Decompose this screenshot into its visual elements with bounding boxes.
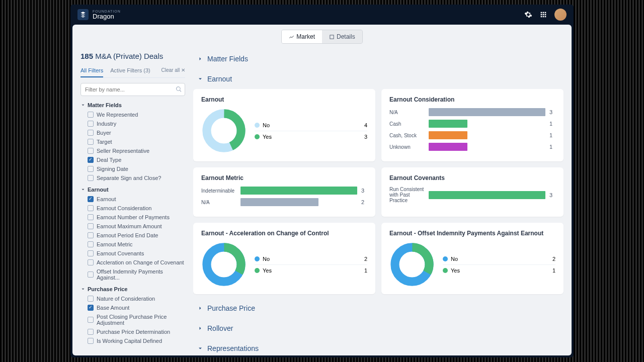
filter-label: Earnout Covenants (97, 250, 144, 256)
card-accel: Earnout - Acceleration on Change of Cont… (193, 223, 375, 294)
bar-row: N/A2 (201, 198, 367, 206)
sidebar: 185 M&A (Private) Deals All Filters Acti… (72, 49, 193, 355)
checkbox[interactable] (88, 121, 94, 127)
avatar[interactable] (554, 9, 567, 21)
checkbox[interactable] (88, 166, 94, 172)
chart-offset (389, 242, 435, 287)
filter-item[interactable]: Base Amount (80, 303, 185, 312)
filter-label: Buyer (97, 130, 111, 136)
section-representations[interactable]: Representations (193, 338, 564, 355)
filter-item[interactable]: Industry (80, 119, 185, 128)
checkbox[interactable] (88, 157, 94, 163)
checkbox[interactable] (88, 241, 94, 247)
filter-group[interactable]: Matter Fields (80, 102, 185, 108)
filter-label: Earnout (97, 196, 116, 202)
card-covenants: Earnout Covenants Run Consistent with Pa… (381, 167, 564, 217)
section-purchase-price[interactable]: Purchase Price (193, 298, 564, 318)
checkbox[interactable] (88, 196, 94, 202)
filter-label: Purchase Price Determination (97, 329, 170, 335)
filter-item[interactable]: Buyer (80, 128, 185, 137)
card-earnout: Earnout No4Yes3 (193, 89, 375, 161)
filter-label: We Represented (97, 112, 138, 118)
filter-tab-all[interactable]: All Filters (80, 67, 103, 77)
filter-item[interactable]: Seller Representative (80, 146, 185, 155)
legend-row: Yes1 (255, 265, 367, 276)
filter-label: Separate Sign and Close? (97, 175, 161, 181)
filter-label: Is Working Capital Defined (97, 338, 162, 344)
checkbox[interactable] (88, 223, 94, 229)
checkbox[interactable] (88, 175, 94, 181)
filter-label: Offset Indemnity Payments Against... (97, 268, 185, 281)
gear-icon[interactable] (524, 11, 532, 19)
tab-details[interactable]: Details (322, 30, 362, 43)
checkbox[interactable] (88, 250, 94, 256)
filter-label: Earnout Period End Date (97, 232, 158, 238)
checkbox[interactable] (88, 130, 94, 136)
filter-item[interactable]: Earnout Maximum Amount (80, 222, 185, 231)
tab-market[interactable]: Market (282, 30, 322, 43)
card-consideration: Earnout Consideration N/A3Cash1Cash, Sto… (381, 89, 564, 161)
filter-item[interactable]: Earnout Covenants (80, 249, 185, 258)
filter-item[interactable]: Nature of Consideration (80, 294, 185, 303)
legend-row: No4 (255, 120, 367, 131)
filter-label: Post Closing Purchase Price Adjustment (97, 314, 185, 326)
checkbox[interactable] (88, 329, 94, 335)
checkbox[interactable] (88, 148, 94, 154)
section-earnout[interactable]: Earnout (193, 69, 564, 89)
svg-rect-0 (330, 35, 334, 38)
legend-row: Yes3 (255, 131, 367, 142)
view-toggle: Market Details (72, 25, 572, 49)
checkbox[interactable] (88, 214, 94, 220)
checkbox[interactable] (88, 296, 94, 302)
filter-item[interactable]: Purchase Price Determination (80, 327, 185, 336)
filter-item[interactable]: Accleration on Change of Covenant (80, 258, 185, 267)
checkbox[interactable] (88, 272, 94, 278)
apps-icon[interactable] (539, 11, 547, 19)
checkbox[interactable] (88, 338, 94, 344)
filter-item[interactable]: Is Working Capital Defined (80, 336, 185, 345)
checkbox[interactable] (88, 317, 94, 323)
filter-item[interactable]: We Represented (80, 110, 185, 119)
chart-earnout (201, 108, 247, 153)
filter-label: Earnout Number of Payments (97, 214, 170, 220)
brand: FOUNDATION Dragon (77, 9, 121, 20)
topbar: FOUNDATION Dragon (70, 5, 574, 25)
filter-tab-active[interactable]: Active Filters (3) (110, 67, 150, 77)
checkbox[interactable] (88, 259, 94, 265)
clear-all-button[interactable]: Clear all ✕ (162, 67, 185, 76)
section-matter-fields[interactable]: Matter Fields (193, 49, 564, 69)
filter-item[interactable]: Separate Sign and Close? (80, 173, 185, 183)
checkbox[interactable] (88, 305, 94, 311)
filter-item[interactable]: Offset Indemnity Payments Against... (80, 267, 185, 282)
filter-item[interactable]: Earnout Metric (80, 240, 185, 249)
filter-item[interactable]: Deal Type (80, 155, 185, 164)
filter-item[interactable]: Post Closing Purchase Price Adjustment (80, 312, 185, 327)
legend-row: No2 (443, 253, 555, 265)
filter-item[interactable]: Earnout Consideration (80, 204, 185, 213)
section-rollover[interactable]: Rollover (193, 318, 564, 338)
filter-item[interactable]: Target (80, 137, 185, 146)
legend-row: No2 (255, 253, 367, 265)
checkbox[interactable] (88, 139, 94, 145)
chart-accel (201, 242, 247, 287)
filter-item[interactable]: Earnout (80, 195, 185, 204)
filter-label: Seller Representative (97, 148, 149, 154)
filter-label: Base Amount (97, 305, 129, 311)
bar-row: Cash1 (389, 120, 555, 128)
filter-label: Industry (97, 121, 116, 127)
card-metric: Earnout Metric Indeterminable3N/A2 (193, 167, 375, 217)
checkbox[interactable] (88, 205, 94, 211)
filter-label: Accleration on Change of Covenant (97, 259, 184, 265)
filter-group[interactable]: Purchase Price (80, 286, 185, 292)
checkbox[interactable] (88, 112, 94, 118)
filter-label: Earnout Consideration (97, 205, 151, 211)
filter-label: Signing Date (97, 166, 128, 172)
bar-row: Run Consistent with Past Practice3 (389, 187, 555, 203)
checkbox[interactable] (88, 232, 94, 238)
filter-item[interactable]: Signing Date (80, 164, 185, 173)
filter-item[interactable]: Earnout Period End Date (80, 231, 185, 240)
search-input[interactable] (80, 83, 185, 96)
card-offset: Earnout - Offset Indemnity Payments Agai… (381, 223, 564, 294)
filter-item[interactable]: Earnout Number of Payments (80, 213, 185, 222)
filter-group[interactable]: Earnout (80, 187, 185, 193)
